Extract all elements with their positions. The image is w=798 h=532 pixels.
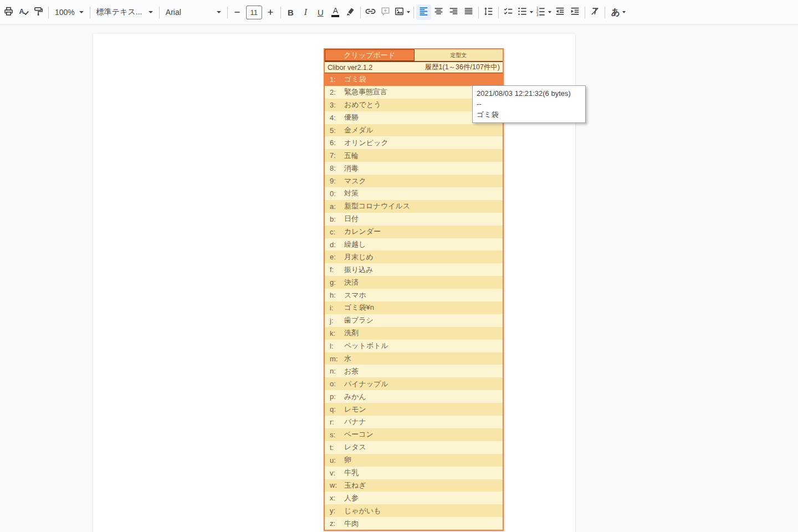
clipboard-item-row[interactable]: 9: マスク bbox=[325, 175, 503, 187]
clipboard-item-row[interactable]: q: レモン bbox=[325, 403, 503, 416]
highlight-color-button[interactable] bbox=[343, 4, 358, 20]
clipboard-item-row[interactable]: s: ベーコン bbox=[325, 428, 503, 441]
clipboard-item-row[interactable]: l: ペットボトル bbox=[325, 340, 503, 352]
insert-image-button[interactable] bbox=[393, 4, 411, 20]
item-hotkey: l: bbox=[330, 342, 344, 350]
clibor-tab[interactable]: クリップボード bbox=[325, 49, 415, 61]
paint-format-icon bbox=[33, 6, 44, 19]
font-select[interactable]: Arial bbox=[162, 4, 225, 20]
clipboard-item-row[interactable]: 0: 対策 bbox=[325, 187, 503, 200]
spellcheck-icon: A bbox=[18, 6, 29, 19]
zoom-select[interactable]: 100% bbox=[51, 4, 88, 20]
item-hotkey: v: bbox=[330, 469, 344, 477]
item-hotkey: y: bbox=[330, 507, 344, 515]
clipboard-item-row[interactable]: m: 水 bbox=[325, 352, 503, 365]
clibor-tab[interactable]: 定型文 bbox=[415, 49, 503, 61]
increase-indent-icon bbox=[570, 6, 580, 19]
tooltip-timestamp: 2021/08/03 12:21:32(6 bytes) bbox=[477, 88, 581, 99]
spellcheck-button[interactable]: A bbox=[16, 4, 31, 20]
clipboard-item-row[interactable]: v: 牛乳 bbox=[325, 467, 503, 479]
ime-icon: あ bbox=[611, 7, 620, 18]
clipboard-item-row[interactable]: 8: 消毒 bbox=[325, 162, 503, 175]
svg-text:3: 3 bbox=[536, 12, 539, 16]
print-button[interactable] bbox=[1, 4, 16, 20]
item-hotkey: m: bbox=[330, 355, 344, 363]
item-text: カレンダー bbox=[344, 227, 381, 237]
chevron-down-icon bbox=[149, 11, 153, 13]
clipboard-item-row[interactable]: h: スマホ bbox=[325, 289, 503, 301]
item-text: バナナ bbox=[344, 417, 366, 427]
increase-indent-button[interactable] bbox=[567, 4, 582, 20]
item-hotkey: g: bbox=[330, 278, 344, 287]
clipboard-item-row[interactable]: p: みかん bbox=[325, 390, 503, 403]
minus-icon bbox=[233, 8, 241, 16]
item-text: 優勝 bbox=[344, 112, 359, 122]
clipboard-item-row[interactable]: b: 日付 bbox=[325, 213, 503, 226]
font-size-input[interactable]: 11 bbox=[246, 6, 262, 19]
chevron-down-icon bbox=[548, 11, 551, 13]
clipboard-item-row[interactable]: 6: オリンピック bbox=[325, 136, 503, 149]
clipboard-item-row[interactable]: w: 玉ねぎ bbox=[325, 479, 503, 492]
numbered-list-button[interactable]: 123 bbox=[534, 4, 553, 20]
insert-link-button[interactable] bbox=[363, 4, 378, 20]
paint-format-button[interactable] bbox=[31, 4, 46, 20]
clipboard-item-row[interactable]: o: パイナップル bbox=[325, 377, 503, 390]
clipboard-item-row[interactable]: n: お茶 bbox=[325, 365, 503, 377]
paragraph-style-select[interactable]: 標準テキス... bbox=[93, 4, 157, 20]
item-hotkey: o: bbox=[330, 380, 344, 388]
clibor-history-status: 履歴1(1～36件/107件中) bbox=[425, 63, 500, 72]
clipboard-item-row[interactable]: e: 月末じめ bbox=[325, 250, 503, 263]
increase-font-size-button[interactable] bbox=[263, 4, 278, 20]
item-text: 洗剤 bbox=[344, 328, 359, 338]
align-left-icon bbox=[418, 6, 429, 19]
clipboard-item-row[interactable]: 5: 金メダル bbox=[325, 124, 503, 137]
item-text: 卵 bbox=[344, 455, 351, 465]
clipboard-item-row[interactable]: t: レタス bbox=[325, 441, 503, 454]
checklist-button[interactable] bbox=[501, 4, 516, 20]
line-spacing-button[interactable] bbox=[481, 4, 496, 20]
item-hotkey: 3: bbox=[330, 101, 344, 109]
clipboard-item-row[interactable]: g: 決済 bbox=[325, 276, 503, 289]
align-center-button[interactable] bbox=[431, 4, 446, 20]
chevron-down-icon bbox=[407, 11, 410, 13]
item-text: レタス bbox=[344, 442, 366, 452]
item-text: スマホ bbox=[344, 290, 366, 300]
clipboard-item-row[interactable]: y: じゃがいも bbox=[325, 504, 503, 517]
bulleted-list-button[interactable] bbox=[516, 4, 534, 20]
align-left-button[interactable] bbox=[416, 4, 431, 20]
clipboard-list: 1: ゴミ袋 2: 緊急事態宣言 3: おめでとう 4: 優勝 5: 金メダル … bbox=[325, 73, 503, 530]
align-right-button[interactable] bbox=[446, 4, 461, 20]
item-hotkey: 4: bbox=[330, 114, 344, 122]
clipboard-item-row[interactable]: x: 人参 bbox=[325, 492, 503, 504]
input-method-button[interactable]: あ bbox=[607, 4, 630, 20]
italic-button[interactable]: I bbox=[298, 4, 313, 20]
clear-formatting-button[interactable] bbox=[587, 4, 602, 20]
item-text: 月末じめ bbox=[344, 252, 374, 262]
clipboard-item-row[interactable]: 1: ゴミ袋 bbox=[325, 73, 503, 86]
add-comment-button[interactable] bbox=[378, 4, 393, 20]
clipboard-item-row[interactable]: z: 牛肉 bbox=[325, 517, 503, 530]
clipboard-item-row[interactable]: k: 洗剤 bbox=[325, 327, 503, 340]
item-hotkey: x: bbox=[330, 494, 344, 502]
decrease-indent-icon bbox=[555, 6, 565, 19]
decrease-font-size-button[interactable] bbox=[230, 4, 245, 20]
justify-button[interactable] bbox=[461, 4, 476, 20]
image-icon bbox=[394, 6, 405, 19]
item-hotkey: n: bbox=[330, 367, 344, 375]
clipboard-item-row[interactable]: r: バナナ bbox=[325, 416, 503, 428]
clipboard-item-row[interactable]: f: 振り込み bbox=[325, 263, 503, 276]
item-text: 決済 bbox=[344, 278, 359, 288]
clipboard-item-row[interactable]: j: 歯ブラシ bbox=[325, 314, 503, 327]
clipboard-item-row[interactable]: i: ゴミ袋¥n bbox=[325, 301, 503, 314]
clipboard-item-row[interactable]: 7: 五輪 bbox=[325, 149, 503, 162]
decrease-indent-button[interactable] bbox=[553, 4, 567, 20]
underline-icon: U bbox=[318, 8, 324, 17]
clipboard-item-row[interactable]: u: 卵 bbox=[325, 454, 503, 467]
clipboard-item-row[interactable]: a: 新型コロナウイルス bbox=[325, 200, 503, 213]
text-color-button[interactable]: A bbox=[328, 4, 343, 20]
clipboard-item-row[interactable]: c: カレンダー bbox=[325, 226, 503, 238]
bold-button[interactable]: B bbox=[283, 4, 298, 20]
underline-button[interactable]: U bbox=[313, 4, 328, 20]
item-hotkey: 1: bbox=[330, 75, 344, 84]
clipboard-item-row[interactable]: d: 繰越し bbox=[325, 238, 503, 251]
